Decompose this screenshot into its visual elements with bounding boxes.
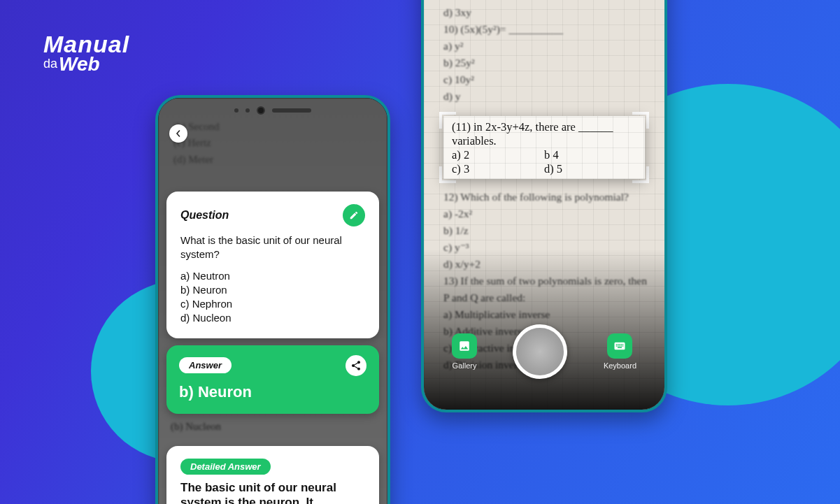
- crop-option: d) 5: [544, 162, 636, 176]
- paper-blur-above: d) 3xy 10) (5x)(5y²)= __________ a) y² b…: [443, 4, 650, 105]
- keyboard-label: Keyboard: [604, 361, 636, 370]
- detailed-answer-pill: Detailed Answer: [180, 459, 271, 475]
- scan-crop-content: (11) in 2x-3y+4z, there are ______ varia…: [443, 116, 645, 179]
- answer-pill: Answer: [179, 357, 232, 373]
- background-blurred-mid: (b) Nucleon: [171, 421, 375, 442]
- answer-scroll-area[interactable]: Question What is the basic unit of our n…: [166, 192, 379, 504]
- phone-camera-scan: d) 3xy 10) (5x)(5y²)= __________ a) y² b…: [421, 0, 667, 412]
- share-button[interactable]: [346, 355, 366, 376]
- back-button[interactable]: [169, 124, 187, 143]
- edit-question-button[interactable]: [343, 204, 365, 226]
- question-option: c) Nephron: [180, 297, 365, 311]
- answer-value: b) Neuron: [179, 383, 366, 401]
- question-option: b) Neuron: [180, 283, 365, 297]
- logo-da: da: [43, 57, 57, 71]
- phone-sensors: [234, 106, 311, 115]
- question-text: What is the basic unit of our neural sys…: [180, 233, 365, 262]
- crop-question-text: (11) in 2x-3y+4z, there are ______ varia…: [452, 120, 636, 148]
- chevron-left-icon: [175, 130, 182, 137]
- detailed-answer-text: The basic unit of our neural system is t…: [180, 480, 365, 505]
- logo-line1: Manual: [43, 34, 129, 55]
- question-option: d) Nucleon: [180, 311, 365, 325]
- gallery-icon: [452, 333, 477, 359]
- gallery-button[interactable]: Gallery: [452, 333, 477, 370]
- answer-card: Answer b) Neuron: [166, 345, 379, 414]
- question-card: Question What is the basic unit of our n…: [166, 192, 379, 338]
- question-title: Question: [180, 209, 229, 222]
- keyboard-button[interactable]: Keyboard: [604, 333, 636, 370]
- crop-option: a) 2: [452, 148, 544, 162]
- logo-line2: Web: [59, 53, 100, 75]
- pencil-icon: [349, 210, 359, 220]
- keyboard-icon: [607, 333, 632, 359]
- crop-option: c) 3: [452, 162, 544, 176]
- crop-option: b 4: [544, 148, 636, 162]
- gallery-label: Gallery: [453, 361, 477, 370]
- scan-crop-box[interactable]: (11) in 2x-3y+4z, there are ______ varia…: [439, 112, 649, 183]
- share-icon: [350, 360, 362, 371]
- shutter-button[interactable]: [513, 324, 567, 379]
- detailed-answer-card: Detailed Answer The basic unit of our ne…: [166, 446, 379, 505]
- phone-question-answer: (b) Second (c) Hertz (d) Meter Question …: [155, 95, 390, 504]
- camera-toolbar: Gallery Keyboard: [424, 320, 664, 383]
- brand-logo: Manual daWeb: [43, 34, 129, 73]
- question-option: a) Neutron: [180, 269, 365, 283]
